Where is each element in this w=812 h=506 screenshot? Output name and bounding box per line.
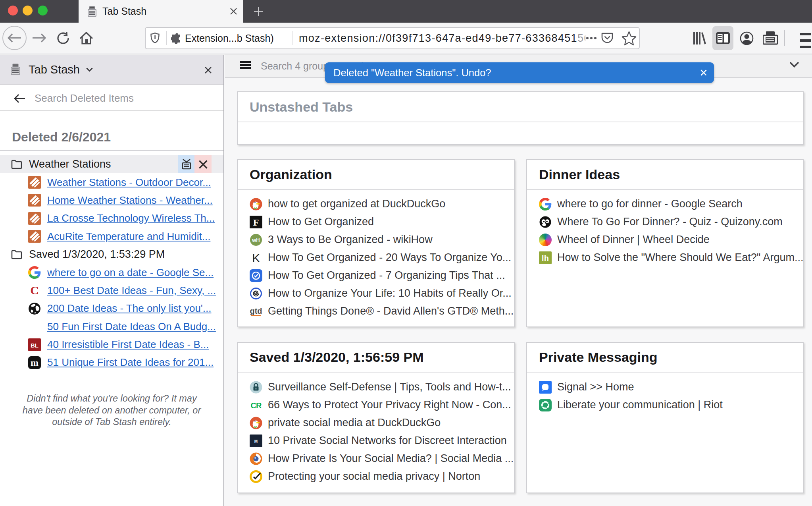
svg-text:BL: BL — [31, 342, 38, 349]
svg-text:M: M — [254, 439, 258, 444]
svg-text:CR: CR — [251, 401, 262, 410]
svg-text:C: C — [30, 284, 39, 297]
svg-text:K: K — [252, 251, 260, 264]
svg-text:m: m — [31, 357, 38, 368]
svg-text:lh: lh — [542, 254, 549, 263]
svg-text:wH: wH — [252, 237, 260, 243]
svg-text:F: F — [253, 217, 259, 228]
svg-text:gtd: gtd — [250, 307, 262, 315]
